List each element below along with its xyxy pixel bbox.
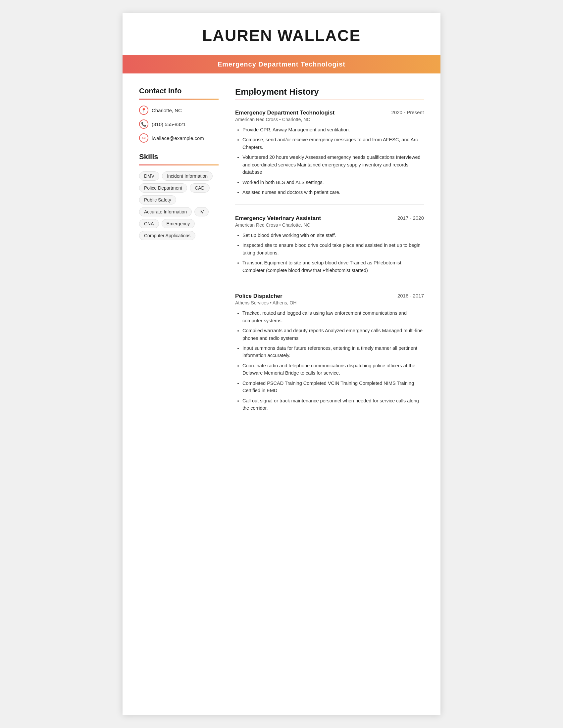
job-bullet-item: Call out signal or track maintenance per…	[242, 397, 424, 412]
skill-chip: CAD	[190, 183, 210, 193]
job-company: American Red Cross • Charlotte, NC	[235, 117, 424, 122]
skill-chip: DMV	[139, 171, 159, 181]
job-company: American Red Cross • Charlotte, NC	[235, 222, 424, 228]
skill-chip: Incident Information	[162, 171, 212, 181]
job-header: Emergency Department Technologist2020 - …	[235, 110, 424, 116]
resume-header: LAUREN WALLACE	[122, 13, 441, 51]
skill-chip: Computer Applications	[139, 231, 195, 240]
job-bullet-item: Provide CPR, Airway Management and venti…	[242, 126, 424, 133]
left-column: Contact Info 📍 Charlotte, NC 📞 (310) 555…	[139, 87, 218, 423]
skill-chip: CNA	[139, 219, 159, 228]
job-bullet-item: Compose, send and/or receive emergency m…	[242, 136, 424, 151]
email-icon: ✉	[139, 133, 148, 143]
right-column: Employment History Emergency Department …	[235, 87, 424, 423]
job-dates: 2017 - 2020	[398, 215, 424, 221]
job-header: Emergency Veterinary Assistant2017 - 202…	[235, 215, 424, 222]
skill-chip: IV	[194, 207, 209, 216]
skill-chip: Police Department	[139, 183, 187, 193]
job-bullet-item: Input summons data for future references…	[242, 344, 424, 359]
job-bullet-item: Tracked, routed and logged calls using l…	[242, 309, 424, 324]
job-bullets-list: Provide CPR, Airway Management and venti…	[235, 126, 424, 196]
contact-location: 📍 Charlotte, NC	[139, 106, 218, 115]
job-header: Police Dispatcher2016 - 2017	[235, 293, 424, 299]
job-bullet-item: Set up blood drive working with on site …	[242, 232, 424, 239]
candidate-name: LAUREN WALLACE	[122, 26, 441, 45]
skills-section-title: Skills	[139, 153, 218, 161]
skills-section: Skills DMVIncident InformationPolice Dep…	[139, 153, 218, 240]
skills-divider	[139, 164, 218, 165]
job-title-banner: Emergency Department Technologist	[122, 55, 441, 73]
employment-section: Employment History Emergency Department …	[235, 87, 424, 412]
job-bullet-item: Coordinate radio and telephone communica…	[242, 362, 424, 377]
employment-divider	[235, 100, 424, 100]
phone-text: (310) 555-8321	[152, 121, 186, 127]
job-separator	[235, 282, 424, 282]
job-bullet-item: Transport Equipment to site and setup bl…	[242, 259, 424, 274]
resume-document: LAUREN WALLACE Emergency Department Tech…	[122, 13, 441, 715]
contact-divider	[139, 99, 218, 100]
job-bullets-list: Tracked, routed and logged calls using l…	[235, 309, 424, 412]
skill-chip: Public Safety	[139, 195, 176, 205]
skill-chip: Emergency	[162, 219, 195, 228]
email-text: lwallace@example.com	[152, 135, 204, 141]
job-bullet-item: Compiled warrants and deputy reports Ana…	[242, 327, 424, 342]
skill-chip: Accurate Information	[139, 207, 192, 216]
job-separator	[235, 204, 424, 205]
skills-chips-container: DMVIncident InformationPolice Department…	[139, 171, 218, 240]
job-title-text: Emergency Veterinary Assistant	[235, 215, 321, 222]
body-content: Contact Info 📍 Charlotte, NC 📞 (310) 555…	[122, 73, 441, 436]
job-bullet-item: Worked in both BLS and ALS settings.	[242, 179, 424, 186]
contact-section-title: Contact Info	[139, 87, 218, 95]
job-title-text: Emergency Department Technologist	[217, 61, 346, 68]
job-entry: Emergency Veterinary Assistant2017 - 202…	[235, 215, 424, 282]
location-text: Charlotte, NC	[152, 108, 182, 113]
job-bullets-list: Set up blood drive working with on site …	[235, 232, 424, 274]
job-entry: Police Dispatcher2016 - 2017Athens Servi…	[235, 293, 424, 412]
location-icon: 📍	[139, 106, 148, 115]
job-entry: Emergency Department Technologist2020 - …	[235, 110, 424, 205]
job-dates: 2016 - 2017	[398, 293, 424, 298]
job-dates: 2020 - Present	[392, 110, 424, 115]
job-title-text: Emergency Department Technologist	[235, 110, 335, 116]
job-bullet-item: Completed PSCAD Training Completed VCIN …	[242, 380, 424, 394]
phone-icon: 📞	[139, 119, 148, 129]
jobs-container: Emergency Department Technologist2020 - …	[235, 110, 424, 412]
contact-phone: 📞 (310) 555-8321	[139, 119, 218, 129]
job-bullet-item: Inspected site to ensure blood drive cou…	[242, 242, 424, 256]
job-bullet-item: Volunteered 20 hours weekly Assessed eme…	[242, 154, 424, 176]
employment-section-title: Employment History	[235, 87, 424, 97]
job-bullet-item: Assisted nurses and doctors with patient…	[242, 189, 424, 196]
job-title-text: Police Dispatcher	[235, 293, 283, 299]
contact-email: ✉ lwallace@example.com	[139, 133, 218, 143]
job-company: Athens Services • Athens, OH	[235, 300, 424, 305]
